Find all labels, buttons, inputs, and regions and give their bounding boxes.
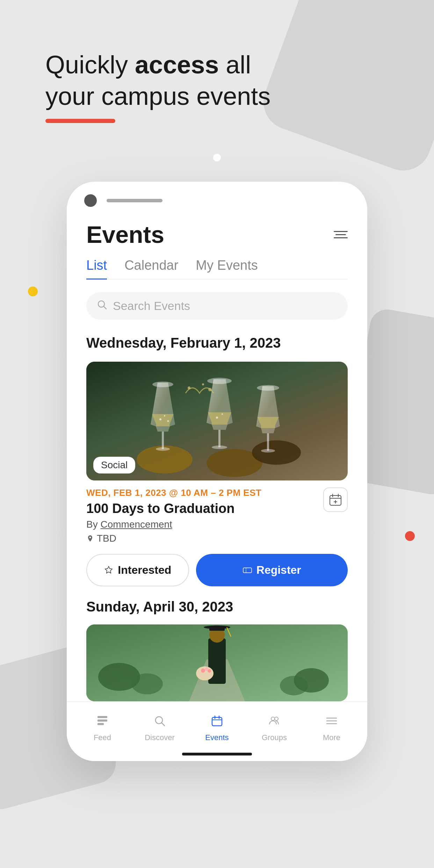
calendar-add-button[interactable] xyxy=(323,487,348,512)
app-content: Events List Calendar My Events Search Ev… xyxy=(67,214,367,701)
event-tag-social: Social xyxy=(93,457,135,473)
svg-point-35 xyxy=(280,676,308,695)
svg-rect-50 xyxy=(212,717,222,726)
more-icon xyxy=(325,715,338,730)
app-header: Events xyxy=(86,221,348,248)
svg-line-1 xyxy=(104,306,106,309)
svg-line-49 xyxy=(162,723,165,726)
nav-label-feed: Feed xyxy=(94,733,111,742)
filter-button[interactable] xyxy=(334,231,348,238)
nav-item-events[interactable]: Events xyxy=(188,709,246,749)
svg-point-55 xyxy=(275,717,278,721)
event-organizer-1: By Commencement xyxy=(86,519,323,530)
filter-line-3 xyxy=(334,237,348,238)
svg-point-48 xyxy=(155,717,162,724)
location-icon xyxy=(86,535,94,542)
date-header-2: Sunday, April 30, 2023 xyxy=(86,599,348,615)
dot-yellow xyxy=(28,287,38,296)
nav-label-events: Events xyxy=(205,733,229,742)
home-indicator xyxy=(182,753,252,755)
event-location-1: TBD xyxy=(86,533,323,544)
svg-point-44 xyxy=(208,669,211,673)
filter-line-1 xyxy=(334,231,348,232)
nav-label-groups: Groups xyxy=(262,733,287,742)
nav-label-discover: Discover xyxy=(145,733,175,742)
event-image-graduation xyxy=(86,624,348,701)
dot-white xyxy=(213,154,221,161)
svg-point-22 xyxy=(208,388,212,391)
event-details-1: WED, FEB 1, 2023 @ 10 AM – 2 PM EST 100 … xyxy=(86,487,348,544)
event-card-1: Social WED, FEB 1, 2023 @ 10 AM – 2 PM E… xyxy=(86,362,348,586)
hero-underline xyxy=(45,119,115,123)
tabs: List Calendar My Events xyxy=(86,258,348,280)
hero-heading: Quickly access allyour campus events xyxy=(45,49,389,112)
event-image-champagne: Social xyxy=(86,362,348,480)
svg-point-10 xyxy=(207,378,232,384)
event-datetime-1: WED, FEB 1, 2023 @ 10 AM – 2 PM EST xyxy=(86,487,323,498)
star-icon xyxy=(104,565,114,575)
svg-point-20 xyxy=(188,386,190,389)
phone-camera xyxy=(84,194,97,207)
action-buttons: Interested Register xyxy=(86,554,348,586)
svg-point-7 xyxy=(159,418,161,420)
interested-button[interactable]: Interested xyxy=(86,554,189,586)
svg-rect-14 xyxy=(162,432,164,449)
nav-label-more: More xyxy=(323,733,340,742)
svg-point-17 xyxy=(212,446,227,449)
nav-item-groups[interactable]: Groups xyxy=(246,709,303,749)
events-icon xyxy=(211,715,223,730)
svg-point-42 xyxy=(201,668,205,673)
app-title: Events xyxy=(86,221,164,248)
event-info-1: WED, FEB 1, 2023 @ 10 AM – 2 PM EST 100 … xyxy=(86,487,323,544)
calendar-icon xyxy=(328,493,342,507)
dot-red xyxy=(405,531,415,541)
svg-rect-45 xyxy=(97,716,107,718)
search-bar[interactable]: Search Events xyxy=(86,292,348,320)
tab-calendar[interactable]: Calendar xyxy=(124,258,178,280)
svg-point-19 xyxy=(261,449,275,453)
register-button[interactable]: Register xyxy=(196,554,348,586)
register-label: Register xyxy=(256,564,301,577)
svg-point-9 xyxy=(167,420,169,422)
svg-rect-29 xyxy=(243,568,252,573)
event-location-text: TBD xyxy=(97,533,116,544)
nav-item-more[interactable]: More xyxy=(303,709,360,749)
tab-list[interactable]: List xyxy=(86,258,107,280)
date-header-1: Wednesday, February 1, 2023 xyxy=(86,334,348,352)
svg-point-41 xyxy=(196,666,214,680)
svg-point-21 xyxy=(202,383,204,385)
discover-icon xyxy=(153,715,166,730)
svg-point-6 xyxy=(152,382,173,387)
event-name-1: 100 Days to Graduation xyxy=(86,501,323,516)
hero-section: Quickly access allyour campus events xyxy=(45,49,389,123)
nav-item-discover[interactable]: Discover xyxy=(131,709,188,749)
phone-notch xyxy=(107,199,162,202)
svg-point-15 xyxy=(156,447,170,451)
phone-mockup: Events List Calendar My Events Search Ev… xyxy=(67,182,367,761)
svg-rect-16 xyxy=(218,430,220,447)
search-input[interactable]: Search Events xyxy=(113,299,190,313)
svg-point-39 xyxy=(204,625,230,629)
svg-rect-47 xyxy=(97,723,104,725)
svg-point-11 xyxy=(216,417,218,419)
nav-item-feed[interactable]: Feed xyxy=(74,709,131,749)
search-icon xyxy=(97,299,107,312)
svg-point-13 xyxy=(257,385,279,391)
groups-icon xyxy=(268,715,281,730)
ticket-icon xyxy=(243,565,252,575)
interested-label: Interested xyxy=(118,564,171,577)
svg-rect-18 xyxy=(267,433,269,451)
svg-point-8 xyxy=(164,415,165,417)
event-organizer-link[interactable]: Commencement xyxy=(100,519,172,530)
bottom-nav: Feed Discover Events xyxy=(67,701,367,749)
tab-my-events[interactable]: My Events xyxy=(196,258,258,280)
svg-point-54 xyxy=(271,717,275,721)
phone-top-bar xyxy=(67,182,367,214)
filter-line-2 xyxy=(335,234,346,235)
feed-icon xyxy=(96,715,109,730)
svg-point-5 xyxy=(252,440,301,465)
svg-point-34 xyxy=(131,673,163,694)
svg-point-12 xyxy=(222,413,223,415)
svg-rect-46 xyxy=(97,719,107,722)
